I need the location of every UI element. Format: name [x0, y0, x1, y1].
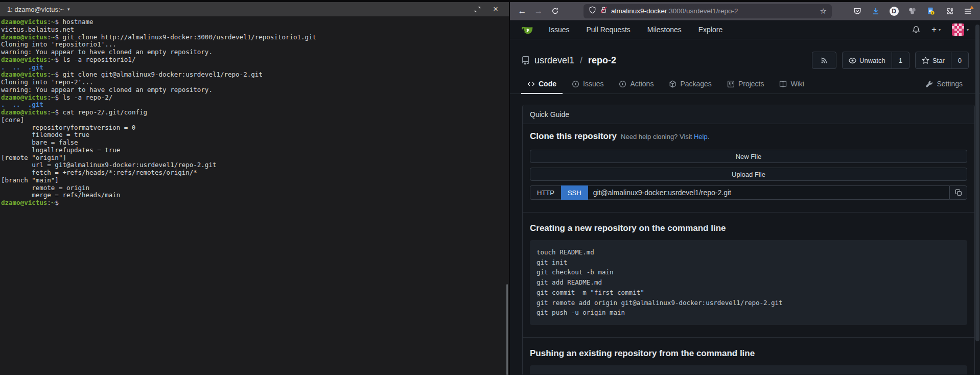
- repo-header: usrdevel1 / repo-2 Unwatch 1: [510, 39, 980, 69]
- terminal-line: . .. .git: [1, 64, 509, 72]
- tab-actions[interactable]: Actions: [613, 75, 660, 94]
- repo-title: usrdevel1 / repo-2: [521, 55, 616, 66]
- reload-button[interactable]: [547, 4, 563, 18]
- nav-item-pull-requests[interactable]: Pull Requests: [586, 26, 630, 34]
- url-path: :3000/usrdevel1/repo-2: [667, 7, 738, 15]
- back-button[interactable]: ←: [514, 4, 530, 18]
- terminal-line: merge = refs/heads/main: [1, 192, 509, 199]
- tab-wiki[interactable]: Wiki: [773, 75, 810, 94]
- star-icon: [922, 57, 929, 64]
- browser-toolbar: ← → almalinux9-docker:3000/usrdevel1/rep…: [510, 2, 980, 20]
- code-block-push-existing: [530, 365, 967, 374]
- tab-packages[interactable]: Packages: [663, 75, 717, 94]
- terminal-title-text: 1: dzamo@victus:~: [7, 6, 64, 13]
- clone-url-input[interactable]: [588, 185, 949, 200]
- upload-file-button[interactable]: Upload File: [530, 168, 967, 181]
- extension-d-icon[interactable]: D: [885, 4, 902, 18]
- tab-issues[interactable]: Issues: [566, 75, 610, 94]
- url-host: almalinux9-docker: [611, 7, 667, 15]
- terminal-line: repositoryformatversion = 0: [1, 124, 509, 132]
- tab-code[interactable]: Code: [521, 75, 563, 94]
- download-icon[interactable]: [867, 4, 884, 18]
- nav-item-milestones[interactable]: Milestones: [647, 26, 682, 34]
- pocket-icon[interactable]: [849, 4, 866, 18]
- terminal-line: . .. .git: [1, 101, 509, 109]
- http-toggle-button[interactable]: HTTP: [530, 185, 561, 200]
- close-icon[interactable]: ×: [492, 5, 500, 13]
- page-scrollbar[interactable]: [975, 25, 979, 341]
- create-new-button[interactable]: +▾: [931, 25, 941, 35]
- gitea-page: Issues Pull Requests Milestones Explore …: [510, 20, 980, 374]
- terminal-line: dzamo@victus:~$ hostname: [1, 18, 509, 26]
- menu-hamburger-icon[interactable]: [959, 4, 976, 18]
- terminal-line: logallrefupdates = true: [1, 147, 509, 154]
- user-avatar[interactable]: ▾: [952, 24, 969, 36]
- terminal-line: dzamo@victus:~$ cat repo-2/.git/config: [1, 109, 509, 116]
- url-bar[interactable]: almalinux9-docker:3000/usrdevel1/repo-2 …: [584, 4, 832, 18]
- shield-icon[interactable]: [589, 6, 596, 16]
- insecure-lock-icon[interactable]: [600, 6, 608, 16]
- terminal-line: filemode = true: [1, 131, 509, 139]
- repo-name-link[interactable]: repo-2: [588, 55, 616, 66]
- tab-settings[interactable]: Settings: [919, 75, 969, 94]
- extensions-puzzle-icon[interactable]: [941, 4, 958, 18]
- terminal-scrollbar[interactable]: [506, 284, 508, 375]
- code-line: git remote add origin git@almalinux9-doc…: [536, 298, 961, 308]
- terminal-output[interactable]: dzamo@victus:~$ hostnamevictus.balaitus.…: [0, 16, 509, 207]
- repo-icon: [521, 56, 530, 65]
- code-line: git add README.md: [536, 277, 961, 288]
- play-circle-icon: [619, 80, 626, 88]
- terminal-title[interactable]: 1: dzamo@victus:~ ▾: [7, 6, 70, 13]
- nav-item-issues[interactable]: Issues: [549, 26, 569, 34]
- nav-item-explore[interactable]: Explore: [698, 26, 722, 34]
- eye-icon: [849, 57, 856, 64]
- repo-owner-link[interactable]: usrdevel1: [534, 55, 574, 66]
- code-block-new-repo: touch README.mdgit initgit checkout -b m…: [530, 240, 967, 325]
- copy-icon: [955, 189, 962, 196]
- star-count[interactable]: 0: [951, 52, 968, 68]
- extension-document-icon[interactable]: [922, 4, 939, 18]
- extension-circles-icon[interactable]: [904, 4, 921, 18]
- terminal-line: dzamo@victus:~$ ls -a repo-2/: [1, 94, 509, 102]
- book-icon: [779, 80, 787, 88]
- new-file-button[interactable]: New File: [530, 150, 967, 163]
- watch-count[interactable]: 1: [892, 52, 909, 68]
- help-link[interactable]: Help: [694, 133, 708, 140]
- terminal-line: Cloning into 'repo-2'...: [1, 79, 509, 86]
- tab-projects[interactable]: Projects: [721, 75, 771, 94]
- terminal-line: fetch = +refs/heads/*:refs/remotes/origi…: [1, 169, 509, 177]
- forward-button[interactable]: →: [530, 4, 547, 18]
- terminal-line: warning: You appear to have cloned an em…: [1, 86, 509, 94]
- code-icon: [527, 80, 535, 88]
- bookmark-star-icon[interactable]: ☆: [820, 7, 827, 16]
- maximize-icon[interactable]: [473, 5, 481, 13]
- code-line: touch README.md: [536, 247, 961, 257]
- section-divider: [523, 212, 974, 213]
- terminal-line: dzamo@victus:~$ git clone git@almalinux9…: [1, 71, 509, 79]
- ssh-toggle-button[interactable]: SSH: [561, 185, 588, 200]
- section-new-heading: Creating a new repository on the command…: [530, 223, 967, 233]
- section-divider: [523, 337, 974, 338]
- copy-url-button[interactable]: [949, 185, 967, 200]
- code-line: git checkout -b main: [536, 267, 961, 277]
- rss-icon: [821, 57, 828, 64]
- rss-button[interactable]: [812, 52, 836, 69]
- terminal-line: url = git@almalinux9-docker:usrdevel1/re…: [1, 161, 509, 169]
- gitea-logo[interactable]: [521, 23, 534, 36]
- section-push-heading: Pushing an existing repository from the …: [530, 348, 967, 359]
- update-badge: [970, 6, 974, 9]
- terminal-line: dzamo@victus:~$: [1, 199, 509, 207]
- url-text[interactable]: almalinux9-docker:3000/usrdevel1/repo-2: [611, 7, 816, 15]
- terminal-line: dzamo@victus:~$ ls -a repositorio1/: [1, 56, 509, 64]
- notifications-bell-icon[interactable]: [912, 26, 920, 34]
- star-button[interactable]: Star 0: [915, 52, 969, 69]
- terminal-line: [remote "origin"]: [1, 154, 509, 162]
- terminal-line: bare = false: [1, 139, 509, 147]
- unwatch-button[interactable]: Unwatch 1: [842, 52, 909, 69]
- terminal-window: 1: dzamo@victus:~ ▾ × dzamo@victus:~$ ho…: [0, 2, 509, 375]
- terminal-line: dzamo@victus:~$ git clone http://almalin…: [1, 34, 509, 41]
- terminal-line: Cloning into 'repositorio1'...: [1, 41, 509, 49]
- repo-tabs: Code Issues Actions Packages Projects Wi…: [510, 75, 980, 94]
- code-line: git push -u origin main: [536, 308, 961, 318]
- code-line: git commit -m "first commit": [536, 288, 961, 298]
